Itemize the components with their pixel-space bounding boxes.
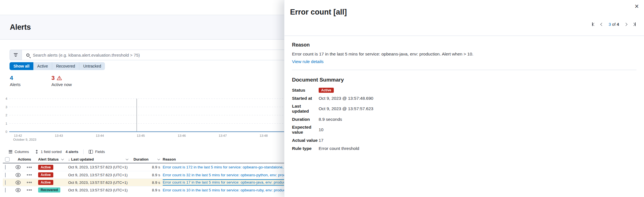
status-badge: Active <box>38 172 53 177</box>
duration-cell: 8.9 s <box>131 165 163 169</box>
chevron-down-icon <box>157 157 160 160</box>
view-alert-eye-icon[interactable] <box>15 173 21 177</box>
document-summary-fields: Status Active Started at Oct 9, 2023 @ 1… <box>292 87 373 154</box>
duration-cell: 8.9 s <box>131 188 163 192</box>
sort-fields-button[interactable]: 1 field sorted <box>35 150 61 154</box>
filter-recovered[interactable]: Recovered <box>52 62 79 70</box>
duration-cell: 8.9 s <box>131 180 163 185</box>
svg-text:13:47: 13:47 <box>219 134 227 137</box>
flyout-header-divider <box>284 36 644 36</box>
last-page-button[interactable] <box>633 22 636 26</box>
last-updated-cell: Oct 9, 2023, 13:57:57.623 (UTC+1) <box>66 188 131 192</box>
flyout-title: Error count [all] <box>290 8 347 17</box>
row-checkbox[interactable] <box>5 188 6 193</box>
select-all-checkbox[interactable] <box>5 157 10 162</box>
pagination-status: 3 of 4 <box>609 22 619 27</box>
header-alert-status[interactable]: Alert Status <box>36 156 66 163</box>
svg-text:13:46: 13:46 <box>178 134 186 137</box>
filter-show-all[interactable]: Show all <box>10 62 33 70</box>
warning-icon <box>57 76 62 80</box>
field-rule-type: Rule type Error count threshold <box>292 146 373 151</box>
last-updated-cell: Oct 9, 2023, 13:57:57.623 (UTC+1) <box>66 165 131 169</box>
row-checkbox[interactable] <box>5 173 6 177</box>
fields-icon <box>89 150 93 154</box>
reason-heading: Reason <box>292 42 310 48</box>
field-expected-value: Expected value 10 <box>292 125 373 135</box>
previous-page-button[interactable] <box>601 23 603 26</box>
view-alert-eye-icon[interactable] <box>15 180 21 185</box>
svg-text:13:43: 13:43 <box>55 134 63 137</box>
more-actions-icon[interactable] <box>27 167 32 168</box>
row-checkbox[interactable] <box>5 165 6 170</box>
datagrid-toolbar: Columns 1 field sorted 4 alerts Fields <box>9 149 105 155</box>
search-icon <box>26 54 29 57</box>
page-title: Alerts <box>10 23 31 32</box>
last-updated-cell: Oct 9, 2023, 13:57:57.623 (UTC+1) <box>66 180 131 185</box>
next-page-button[interactable] <box>625 23 627 26</box>
svg-text:October 9, 2023: October 9, 2023 <box>13 138 36 141</box>
stat-active-label: Active now <box>51 82 72 87</box>
first-page-button[interactable] <box>592 22 595 26</box>
fields-label: Fields <box>95 150 105 154</box>
filter-active[interactable]: Active <box>33 62 52 70</box>
view-alert-eye-icon[interactable] <box>15 188 21 192</box>
svg-text:0: 0 <box>6 130 7 133</box>
filter-icon <box>14 53 18 57</box>
columns-label: Columns <box>15 150 29 154</box>
stat-active-now: 3 Active now <box>51 75 72 87</box>
chevron-down-icon <box>61 157 64 160</box>
row-checkbox[interactable] <box>5 180 6 185</box>
chevron-down-icon <box>126 157 128 160</box>
field-actual-value: Actual value 17 <box>292 138 373 143</box>
header-last-updated[interactable]: ↓ Last updated <box>66 156 131 163</box>
alert-stats: 4 Alerts 3 Active now <box>10 75 72 87</box>
view-alert-eye-icon[interactable] <box>15 165 21 169</box>
alert-details-flyout: Error count [all] × 3 of 4 Reason Error … <box>284 0 644 197</box>
query-filter-button[interactable] <box>10 50 22 60</box>
columns-icon <box>9 150 12 153</box>
field-duration: Duration 8.9 seconds <box>292 117 373 122</box>
stat-active-value: 3 <box>51 75 72 81</box>
stat-alerts-label: Alerts <box>10 82 20 87</box>
duration-cell: 8.9 s <box>131 173 163 177</box>
status-badge: Recovered <box>38 187 60 193</box>
close-icon[interactable]: × <box>633 2 641 10</box>
svg-text:3: 3 <box>6 105 7 109</box>
header-actions: Actions <box>13 156 36 163</box>
fields-button[interactable]: Fields <box>89 150 105 154</box>
toolbar-divider <box>83 149 84 154</box>
sorted-label: 1 field sorted <box>41 150 61 154</box>
status-badge: Active <box>38 165 53 170</box>
stat-alerts-value: 4 <box>10 75 20 81</box>
stat-alerts: 4 Alerts <box>10 75 20 87</box>
document-summary-heading: Document Summary <box>292 77 344 83</box>
more-actions-icon[interactable] <box>27 182 32 183</box>
field-status: Status Active <box>292 87 373 93</box>
alert-count-label: 4 alerts <box>66 150 79 154</box>
alert-pagination: 3 of 4 <box>592 22 636 27</box>
svg-text:2: 2 <box>6 113 7 117</box>
status-badge: Active <box>38 180 53 185</box>
sort-desc-icon: ↓ <box>68 157 70 161</box>
view-rule-details-link[interactable]: View rule details <box>292 59 324 64</box>
field-last-updated: Last updated Oct 9, 2023 @ 13:57:57.623 <box>292 104 373 114</box>
svg-text:13:44: 13:44 <box>96 134 104 137</box>
sort-icon <box>35 150 38 154</box>
more-actions-icon[interactable] <box>27 189 32 191</box>
more-actions-icon[interactable] <box>27 174 32 175</box>
svg-text:4: 4 <box>6 97 8 100</box>
svg-text:13:42: 13:42 <box>14 134 22 137</box>
field-started-at: Started at Oct 9, 2023 @ 13:57:48.690 <box>292 96 373 101</box>
columns-button[interactable]: Columns <box>9 150 29 154</box>
section-divider <box>292 70 636 70</box>
status-badge: Active <box>319 88 334 93</box>
reason-text: Error count is 17 in the last 5 mins for… <box>292 52 473 57</box>
status-filter-group: Show all Active Recovered Untracked <box>10 62 105 70</box>
header-duration[interactable]: Duration <box>131 156 163 163</box>
last-updated-cell: Oct 9, 2023, 13:57:57.623 (UTC+1) <box>66 173 131 177</box>
svg-text:13:48: 13:48 <box>260 134 268 137</box>
filter-untracked[interactable]: Untracked <box>79 62 105 70</box>
svg-text:13:45: 13:45 <box>137 134 145 137</box>
svg-text:1: 1 <box>6 122 7 125</box>
